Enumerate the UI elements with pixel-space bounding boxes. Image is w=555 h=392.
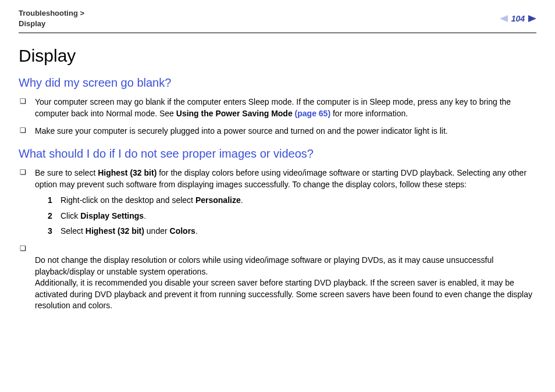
steps-list: Right-click on the desktop and select Pe… [48,194,536,237]
section2-list: Be sure to select Highest (32 bit) for t… [19,168,536,312]
step-item: Right-click on the desktop and select Pe… [48,194,536,206]
list-item: Make sure your computer is securely plug… [31,126,536,137]
body-text-bold: Display Settings [80,211,144,220]
body-text: . [195,226,198,236]
body-text: Select [61,226,86,236]
breadcrumb-parent[interactable]: Troubleshooting [19,9,78,17]
body-text: Right-click on the desktop and select [61,195,195,205]
svg-marker-1 [528,15,536,22]
body-text-bold: Highest (32 bit) [86,226,144,236]
body-text: Do not change the display resolution or … [35,255,532,310]
step-item: Click Display Settings. [48,209,536,222]
body-text-bold: Colors [170,226,195,236]
breadcrumb-separator: > [80,9,84,17]
step-item: Select Highest (32 bit) under Colors. [48,224,536,237]
list-item: Do not change the display resolution or … [31,244,536,312]
breadcrumb: Troubleshooting > Display [19,8,84,29]
page-container: Troubleshooting > Display 104 Display Wh… [0,0,555,312]
body-text: Click [61,211,80,220]
svg-marker-0 [500,15,508,22]
body-text-bold: Highest (32 bit) [98,168,156,177]
body-text: Make sure your computer is securely plug… [35,126,448,136]
body-text: Be sure to select [35,168,98,177]
page-header: Troubleshooting > Display 104 [19,8,536,33]
body-text-bold: Using the Power Saving Mode [176,109,295,118]
breadcrumb-current: Display [19,19,45,28]
page-title: Display [19,46,536,66]
list-item: Your computer screen may go blank if the… [31,97,536,119]
body-text-bold: Personalize [195,195,241,205]
next-page-icon[interactable] [528,15,536,22]
body-text: under [144,226,170,236]
section-heading-blank-screen: Why did my screen go blank? [19,76,536,90]
section1-list: Your computer screen may go blank if the… [19,97,536,137]
body-text: for more information. [330,109,408,118]
section-heading-images-videos: What should I do if I do not see proper … [19,147,536,161]
prev-page-icon[interactable] [500,15,508,22]
body-text: . [144,211,146,220]
page-navigator: 104 [500,14,536,23]
page-number: 104 [511,14,525,23]
page-content: Display Why did my screen go blank? Your… [19,33,536,312]
body-text: . [241,195,243,205]
list-item: Be sure to select Highest (32 bit) for t… [31,168,536,237]
page-link[interactable]: (page 65) [295,109,330,118]
